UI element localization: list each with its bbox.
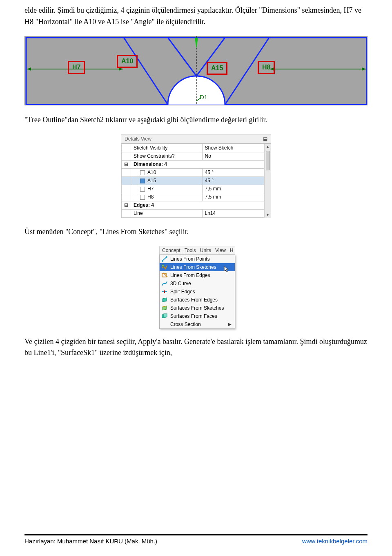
menubar-item[interactable]: Concept — [162, 248, 180, 253]
group-toggle-icon[interactable]: ⊟ — [122, 201, 131, 209]
menu-item[interactable]: Split Edges — [160, 288, 235, 296]
dim-h8-box: H8 — [258, 61, 275, 74]
details-row[interactable]: LineLn14 — [122, 209, 264, 217]
dim-d1-label: D1 — [200, 94, 207, 100]
menu-item-label: Surfaces From Faces — [170, 313, 217, 319]
details-row[interactable]: A1545 ° — [122, 176, 264, 185]
menu-item-label: Lines From Edges — [170, 272, 210, 278]
group-label: Dimensions: 4 — [131, 160, 264, 168]
menubar-item[interactable]: Tools — [185, 248, 196, 253]
footer-author: Hazırlayan: Muhammet Nasıf KURU (Mak. Mü… — [24, 538, 157, 545]
lines-from-edges-icon — [161, 272, 168, 279]
details-row[interactable]: ⊟Edges: 4 — [122, 201, 264, 209]
menu-item-label: Surfaces From Sketches — [170, 305, 224, 311]
menu-item[interactable]: Surfaces From Faces — [160, 312, 235, 320]
property-value[interactable]: 7,5 mm — [202, 193, 264, 201]
details-row[interactable]: H87,5 mm — [122, 193, 264, 201]
page-footer: Hazırlayan: Muhammet Nasıf KURU (Mak. Mü… — [24, 534, 368, 545]
property-value[interactable]: 45 ° — [202, 176, 264, 185]
details-row[interactable]: A1045 ° — [122, 168, 264, 176]
scroll-thumb[interactable] — [266, 151, 270, 170]
property-key-text: Show Constraints? — [134, 153, 175, 159]
checkbox-icon[interactable] — [140, 170, 145, 175]
dim-a15-label: A15 — [211, 65, 223, 71]
row-gutter — [122, 152, 131, 160]
dim-h7-box: H7 — [68, 61, 85, 74]
paragraph-1: elde edilir. Şimdi bu çizdiğimiz, 4 çizg… — [24, 5, 368, 28]
property-key-text: Line — [134, 210, 143, 216]
scrollbar[interactable]: ▲ ▼ — [264, 144, 271, 218]
dim-a10-box: A10 — [117, 55, 138, 68]
menu-item-label: 3D Curve — [170, 281, 191, 286]
group-label: Edges: 4 — [131, 201, 264, 209]
row-gutter — [122, 209, 131, 217]
svg-rect-25 — [164, 314, 167, 317]
svg-marker-12 — [195, 38, 198, 49]
row-gutter — [122, 168, 131, 176]
property-key: Line — [131, 209, 203, 217]
menu-item[interactable]: Lines From Points — [160, 255, 235, 263]
menu-item[interactable]: Cross Section▶ — [160, 320, 235, 328]
pin-icon[interactable]: ⬓ — [263, 136, 267, 142]
svg-marker-8 — [119, 67, 123, 71]
menu-item-label: Split Edges — [170, 289, 195, 295]
property-key-text: H7 — [147, 186, 154, 192]
footer-author-label: Hazırlayan: — [24, 538, 56, 545]
group-toggle-icon[interactable]: ⊟ — [122, 160, 131, 168]
property-key: Sketch Visibility — [131, 144, 203, 152]
menubar-item[interactable]: View — [215, 248, 226, 253]
split-edges-icon — [161, 288, 168, 295]
property-key-text: A15 — [147, 178, 156, 183]
svg-point-15 — [162, 260, 163, 262]
details-row[interactable]: ⊟Dimensions: 4 — [122, 160, 264, 168]
scroll-up-icon[interactable]: ▲ — [266, 144, 270, 150]
row-gutter — [122, 193, 131, 201]
details-property-table: Sketch VisibilityShow SketchShow Constra… — [121, 144, 264, 218]
menu-item[interactable]: 3D Curve — [160, 279, 235, 288]
property-value[interactable]: Ln14 — [202, 209, 264, 217]
menubar: ConceptToolsUnitsViewH — [159, 246, 235, 255]
cross-section-icon — [161, 321, 168, 328]
property-value[interactable]: No — [202, 152, 264, 160]
property-value[interactable]: 7,5 mm — [202, 185, 264, 193]
menu-item[interactable]: Surfaces From Sketches — [160, 304, 235, 312]
svg-rect-17 — [162, 265, 164, 266]
paragraph-2: "Tree Outline"dan Sketch2 tıklanır ve aş… — [24, 114, 368, 126]
property-key: A15 — [131, 176, 203, 185]
checkbox-icon[interactable] — [140, 179, 145, 183]
row-gutter — [122, 144, 131, 152]
details-row[interactable]: Sketch VisibilityShow Sketch — [122, 144, 264, 152]
surfaces-from-faces-icon — [161, 313, 168, 319]
svg-marker-7 — [27, 67, 31, 71]
row-gutter — [122, 185, 131, 193]
dim-h7-label: H7 — [72, 64, 80, 71]
concept-menu: ConceptToolsUnitsViewH Lines From Points… — [159, 246, 235, 329]
details-view-title: Details View — [125, 136, 151, 142]
menu-item-label: Lines From Sketches — [170, 264, 216, 270]
paragraph-4: Ve çizilen 4 çizgiden bir tanesi seçilir… — [24, 336, 368, 359]
scroll-down-icon[interactable]: ▼ — [265, 212, 271, 218]
sketch-diagram: H7 A10 A15 H8 D1 — [24, 36, 368, 105]
property-key-text: Sketch Visibility — [134, 145, 167, 151]
svg-point-16 — [166, 256, 167, 258]
property-key: Show Constraints? — [131, 152, 203, 160]
lines-from-sketches-icon — [161, 264, 168, 270]
menubar-item[interactable]: Units — [200, 248, 211, 253]
details-row[interactable]: Show Constraints?No — [122, 152, 264, 160]
surfaces-from-edges-icon — [161, 297, 168, 303]
property-key-text: H8 — [147, 194, 154, 200]
menu-item[interactable]: Surfaces From Edges — [160, 296, 235, 304]
property-value[interactable]: 45 ° — [202, 168, 264, 176]
property-key: A10 — [131, 168, 203, 176]
checkbox-icon[interactable] — [140, 187, 145, 192]
details-row[interactable]: H77,5 mm — [122, 185, 264, 193]
menubar-item[interactable]: H — [230, 248, 234, 253]
dim-a15-box: A15 — [207, 62, 227, 75]
checkbox-icon[interactable] — [140, 195, 145, 200]
curve-3d-icon — [161, 280, 168, 287]
property-key: H7 — [131, 185, 203, 193]
property-value[interactable]: Show Sketch — [202, 144, 264, 152]
footer-link[interactable]: www.teknikbelgeler.com — [302, 538, 368, 545]
details-view-panel: Details View ⬓ Sketch VisibilityShow Ske… — [121, 134, 271, 218]
dim-a10-label: A10 — [121, 58, 133, 65]
